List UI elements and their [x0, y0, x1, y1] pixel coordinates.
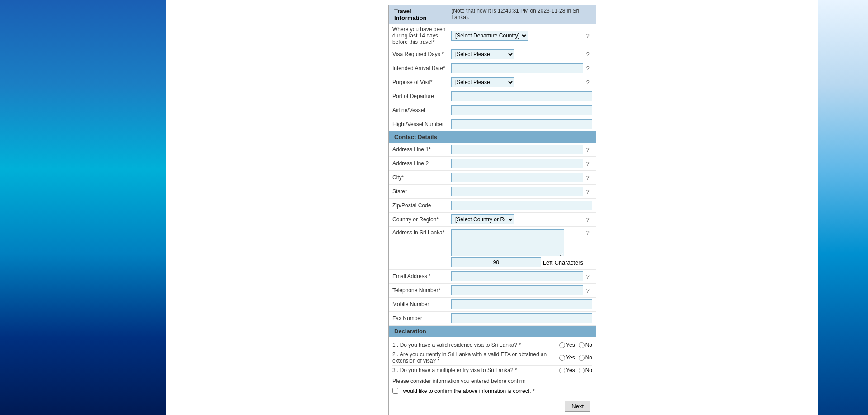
airline-label: Airline/Vessel	[392, 107, 451, 113]
email-help-icon[interactable]: ?	[583, 273, 592, 280]
q2-yes-text: Yes	[566, 354, 575, 361]
arrival-date-input[interactable]	[451, 63, 583, 73]
state-row: State* ?	[389, 185, 596, 199]
port-departure-control	[451, 91, 592, 101]
purpose-control: [Select Please]	[451, 77, 583, 87]
arrival-date-control	[451, 63, 583, 73]
chars-count-input: 90	[451, 257, 541, 267]
declaration-q2-no-radio[interactable]	[579, 355, 585, 361]
city-label: City*	[392, 174, 451, 181]
form-title: Travel Information	[394, 8, 442, 21]
address-sl-textarea[interactable]	[451, 229, 564, 256]
city-input[interactable]	[451, 173, 583, 182]
departure-country-select[interactable]: [Select Departure Country]	[451, 31, 528, 41]
q2-no-text: No	[585, 354, 592, 361]
declaration-q3-no-radio[interactable]	[579, 368, 585, 373]
address-sl-control: 90 Left Characters	[451, 229, 583, 267]
flight-control	[451, 119, 592, 129]
address2-help-icon[interactable]: ?	[583, 160, 592, 167]
purpose-help-icon[interactable]: ?	[583, 79, 592, 86]
address1-input[interactable]	[451, 145, 583, 154]
fax-input[interactable]	[451, 313, 592, 323]
form-note: (Note that now it is 12:40:31 PM on 2023…	[451, 8, 590, 21]
country-row: Country or Region* [Select Country or Re…	[389, 213, 596, 227]
flight-label: Flight/Vessel Number	[392, 121, 451, 127]
telephone-help-icon[interactable]: ?	[583, 287, 592, 294]
arrival-help-icon[interactable]: ?	[583, 65, 592, 72]
flight-input[interactable]	[451, 119, 592, 129]
address1-control	[451, 145, 583, 154]
declaration-q2-yes-radio[interactable]	[559, 355, 565, 361]
airline-input[interactable]	[451, 105, 592, 115]
city-control	[451, 173, 583, 182]
declaration-title: Declaration	[394, 328, 426, 335]
purpose-label: Purpose of Visit*	[392, 79, 451, 85]
departure-help-icon[interactable]: ?	[583, 33, 592, 39]
address1-help-icon[interactable]: ?	[583, 146, 592, 153]
chars-left-row: 90 Left Characters	[451, 257, 583, 267]
declaration-q1: 1 . Do you have a valid residence visa t…	[392, 342, 559, 348]
airline-control	[451, 105, 592, 115]
country-select[interactable]: [Select Country or Region]	[451, 214, 514, 224]
address-sl-help-icon[interactable]: ?	[583, 229, 592, 236]
country-help-icon[interactable]: ?	[583, 216, 592, 223]
declaration-q3-yes-radio[interactable]	[559, 368, 565, 373]
flight-row: Flight/Vessel Number	[389, 117, 596, 131]
form-header: Travel Information (Note that now it is …	[388, 5, 596, 24]
q3-yes-text: Yes	[566, 367, 575, 373]
declaration-q1-no-label: No	[579, 342, 592, 348]
form-body: Where you have been during last 14 days …	[388, 24, 596, 415]
mobile-label: Mobile Number	[392, 301, 451, 308]
purpose-row: Purpose of Visit* [Select Please] ?	[389, 75, 596, 89]
zip-input[interactable]	[451, 201, 592, 210]
departure-country-row: Where you have been during last 14 days …	[389, 24, 596, 47]
zip-label: Zip/Postal Code	[392, 202, 451, 209]
port-departure-input[interactable]	[451, 91, 592, 101]
email-input[interactable]	[451, 271, 583, 281]
address2-control	[451, 159, 583, 168]
country-control: [Select Country or Region]	[451, 214, 583, 224]
fax-control	[451, 313, 592, 323]
city-help-icon[interactable]: ?	[583, 174, 592, 181]
address1-row: Address Line 1* ?	[389, 143, 596, 157]
mobile-row: Mobile Number	[389, 298, 596, 312]
visa-required-label: Visa Required Days *	[392, 51, 451, 57]
next-btn-row: Next	[392, 398, 592, 414]
declaration-q2-no-label: No	[579, 354, 592, 361]
q3-no-text: No	[585, 367, 592, 373]
state-control	[451, 187, 583, 196]
declaration-q2-row: 2 . Are you currently in Sri Lanka with …	[392, 350, 592, 366]
port-departure-label: Port of Departure	[392, 93, 451, 99]
purpose-select[interactable]: [Select Please]	[451, 77, 514, 87]
declaration-q3-yes-label: Yes	[559, 367, 575, 373]
declaration-q2-radios: Yes No	[559, 354, 592, 361]
visa-required-control: [Select Please]	[451, 49, 583, 59]
visa-required-select[interactable]: [Select Please]	[451, 49, 514, 59]
declaration-q1-no-radio[interactable]	[579, 342, 585, 348]
chars-left-label: Left	[543, 259, 553, 266]
departure-country-control: [Select Departure Country]	[451, 31, 583, 41]
confirm-prompt-row: Please consider information you entered …	[392, 375, 592, 386]
declaration-q1-yes-radio[interactable]	[559, 342, 565, 348]
declaration-q3-radios: Yes No	[559, 367, 592, 373]
visa-required-row: Visa Required Days * [Select Please] ?	[389, 47, 596, 61]
mobile-input[interactable]	[451, 299, 592, 309]
confirm-checkbox[interactable]	[392, 388, 398, 394]
zip-control	[451, 201, 592, 210]
next-button[interactable]: Next	[565, 401, 590, 412]
visa-help-icon[interactable]: ?	[583, 51, 592, 58]
state-label: State*	[392, 188, 451, 195]
declaration-q1-row: 1 . Do you have a valid residence visa t…	[392, 340, 592, 350]
telephone-input[interactable]	[451, 285, 583, 295]
state-help-icon[interactable]: ?	[583, 188, 592, 195]
state-input[interactable]	[451, 187, 583, 196]
email-row: Email Address * ?	[389, 270, 596, 284]
declaration-q2: 2 . Are you currently in Sri Lanka with …	[392, 351, 559, 364]
declaration-q3-row: 3 . Do you have a multiple entry visa to…	[392, 366, 592, 375]
chars-text-label: Characters	[554, 259, 583, 266]
right-sidebar	[818, 0, 868, 415]
mobile-control	[451, 299, 592, 309]
form-container: Travel Information (Note that now it is …	[388, 5, 596, 415]
address2-input[interactable]	[451, 159, 583, 168]
telephone-label: Telephone Number*	[392, 287, 451, 294]
